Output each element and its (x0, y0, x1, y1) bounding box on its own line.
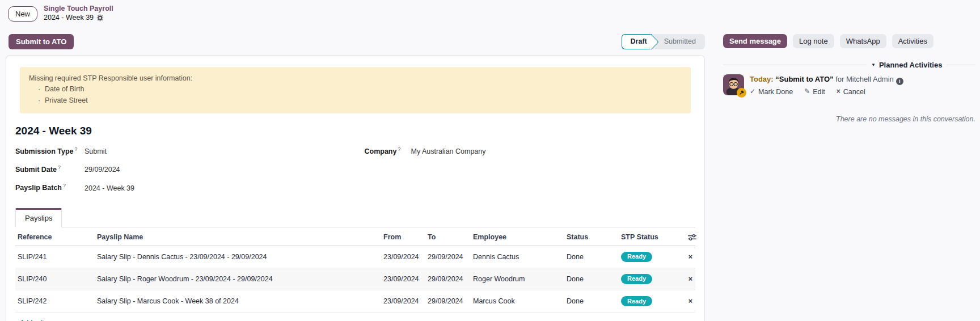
notebook-tabs: Payslips (15, 208, 695, 227)
check-icon: ✓ (750, 87, 755, 96)
chatter-panel: Send message Log note WhatsApp Activitie… (711, 27, 980, 321)
chatter-buttons: Send message Log note WhatsApp Activitie… (723, 34, 975, 48)
cell-status[interactable]: Done (564, 246, 619, 268)
cell-from[interactable]: 23/09/2024 (381, 246, 425, 268)
cell-from[interactable]: 23/09/2024 (381, 268, 425, 290)
send-message-button[interactable]: Send message (723, 34, 787, 48)
table-row[interactable]: SLIP/240Salary Slip - Roger Woodrum - 23… (15, 268, 695, 290)
gear-icon[interactable] (96, 14, 104, 22)
pencil-icon: ✎ (804, 87, 810, 96)
cell-employee[interactable]: Roger Woodrum (471, 268, 564, 290)
activity-summary: “Submit to ATO” (775, 75, 833, 83)
divider-line (723, 65, 867, 65)
delete-row-icon[interactable]: × (686, 246, 695, 268)
whatsapp-button[interactable]: WhatsApp (840, 34, 886, 48)
cell-reference[interactable]: SLIP/241 (15, 246, 95, 268)
help-icon: ? (75, 146, 78, 152)
breadcrumb: Single Touch Payroll 2024 - Week 39 (44, 5, 113, 22)
cell-employee[interactable]: Dennis Cactus (471, 246, 564, 268)
caret-down-icon: ▼ (871, 62, 876, 67)
form-view: Submit to ATO Draft Submitted Missing re… (0, 27, 711, 321)
stp-status-badge: Ready (621, 296, 652, 306)
payslip-table-body: SLIP/241Salary Slip - Dennis Cactus - 23… (15, 246, 695, 312)
field-value-submit-date[interactable]: 29/09/2024 (85, 166, 347, 174)
field-value-payslip-batch[interactable]: 2024 - Week 39 (85, 184, 347, 192)
activities-button[interactable]: Activities (892, 34, 933, 48)
cell-employee[interactable]: Marcus Cook (471, 290, 564, 312)
activity-due: Today: (750, 75, 774, 83)
field-value-submission-type[interactable]: Submit (85, 147, 347, 155)
status-widget: Draft Submitted (622, 34, 705, 49)
status-step-draft[interactable]: Draft (622, 34, 652, 49)
cell-to[interactable]: 29/09/2024 (425, 290, 471, 312)
field-label-company: Company? (365, 146, 411, 155)
empty-thread-message: There are no messages in this conversati… (723, 115, 975, 123)
table-header-row: Reference Payslip Name From To Employee … (15, 227, 695, 246)
cell-reference[interactable]: SLIP/242 (15, 290, 95, 312)
warning-item: ·Private Street (38, 95, 682, 106)
field-label-submission-type: Submission Type? (15, 146, 85, 155)
field-label-payslip-batch: Payslip Batch? (15, 183, 85, 192)
optional-columns-icon[interactable] (688, 234, 696, 241)
tab-payslips[interactable]: Payslips (15, 208, 62, 227)
status-step-submitted[interactable]: Submitted (652, 34, 705, 49)
status-draft-label: Draft (631, 37, 647, 45)
help-icon: ? (398, 146, 400, 152)
breadcrumb-bar: New Single Touch Payroll 2024 - Week 39 (0, 0, 980, 27)
edit-activity-button[interactable]: ✎Edit (804, 87, 825, 97)
delete-row-icon[interactable]: × (686, 290, 695, 312)
col-header-payslip-name[interactable]: Payslip Name (95, 227, 381, 246)
field-group-left: Submission Type? Submit Submit Date? 29/… (15, 146, 347, 201)
warning-alert: Missing required STP Responsible user in… (20, 67, 691, 113)
avatar[interactable] (723, 74, 744, 95)
delete-row-icon[interactable]: × (686, 268, 695, 290)
divider-line (947, 65, 975, 65)
activity-item: Today: “Submit to ATO” for Mitchell Admi… (723, 74, 975, 97)
cell-reference[interactable]: SLIP/240 (15, 268, 95, 290)
cell-status[interactable]: Done (564, 268, 619, 290)
cell-to[interactable]: 29/09/2024 (425, 268, 471, 290)
add-a-line-link[interactable]: Add a line (20, 319, 52, 321)
cell-payslip-name[interactable]: Salary Slip - Dennis Cactus - 23/09/2024… (95, 246, 381, 268)
mark-done-button[interactable]: ✓Mark Done (750, 87, 793, 97)
cell-stp-status[interactable]: Ready (619, 246, 686, 268)
col-header-status[interactable]: Status (564, 227, 619, 246)
cell-stp-status[interactable]: Ready (619, 268, 686, 290)
close-icon: × (837, 87, 840, 96)
page-title[interactable]: 2024 - Week 39 (15, 125, 695, 137)
activity-summary-line: Today: “Submit to ATO” for Mitchell Admi… (750, 74, 903, 85)
col-header-from[interactable]: From (381, 227, 425, 246)
field-value-company[interactable]: My Australian Company (411, 147, 696, 155)
warning-title: Missing required STP Responsible user in… (29, 73, 682, 84)
breadcrumb-current: 2024 - Week 39 (44, 14, 94, 23)
cell-from[interactable]: 23/09/2024 (381, 290, 425, 312)
table-row[interactable]: SLIP/242Salary Slip - Marcus Cook - Week… (15, 290, 695, 312)
bullet-icon: · (38, 84, 45, 95)
log-note-button[interactable]: Log note (793, 34, 834, 48)
cell-stp-status[interactable]: Ready (619, 290, 686, 312)
table-row[interactable]: SLIP/241Salary Slip - Dennis Cactus - 23… (15, 246, 695, 268)
cell-to[interactable]: 29/09/2024 (425, 246, 471, 268)
col-header-stp-status[interactable]: STP Status (619, 227, 686, 246)
col-header-to[interactable]: To (425, 227, 471, 246)
cell-payslip-name[interactable]: Salary Slip - Marcus Cook - Week 38 of 2… (95, 290, 381, 312)
col-header-employee[interactable]: Employee (471, 227, 564, 246)
new-button[interactable]: New (8, 6, 37, 22)
cancel-activity-button[interactable]: ×Cancel (837, 87, 865, 97)
cell-payslip-name[interactable]: Salary Slip - Roger Woodrum - 23/09/2024… (95, 268, 381, 290)
submit-to-ato-button[interactable]: Submit to ATO (9, 34, 74, 49)
form-sheet: Missing required STP Responsible user in… (6, 55, 705, 321)
cell-status[interactable]: Done (564, 290, 619, 312)
gavel-icon (738, 90, 745, 96)
info-icon[interactable]: i (896, 78, 903, 85)
planned-activities-header[interactable]: ▼ Planned Activities (723, 61, 975, 69)
add-line-row: Add a line (15, 312, 695, 321)
stp-status-badge: Ready (621, 252, 652, 262)
col-header-reference[interactable]: Reference (15, 227, 95, 246)
breadcrumb-parent-link[interactable]: Single Touch Payroll (44, 5, 113, 14)
payslips-table: Reference Payslip Name From To Employee … (15, 227, 695, 321)
help-icon: ? (63, 183, 66, 188)
statusbar: Submit to ATO Draft Submitted (6, 34, 705, 49)
bullet-icon: · (38, 95, 45, 106)
activity-type-badge (737, 88, 746, 98)
